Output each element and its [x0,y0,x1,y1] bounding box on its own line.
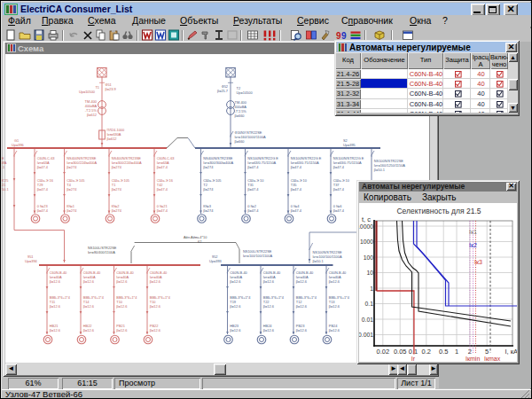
svg-text:β=12.6: β=12.6 [83,279,94,284]
svg-text:0.01: 0.01 [362,317,373,323]
svg-text:Iкт=80/400/1100А: Iкт=80/400/1100А [88,250,115,254]
svg-text:β=12.6: β=12.6 [329,328,340,332]
svg-text:β=274: β=274 [203,187,214,192]
svg-text:β=12.6: β=12.6 [263,304,274,309]
svg-text:β=660: β=660 [235,113,246,118]
svg-text:Uр=394: Uр=394 [25,259,38,263]
svg-text:β=660: β=660 [235,139,246,144]
svg-text:β=12.6: β=12.6 [296,279,307,284]
svg-text:β=12.6: β=12.6 [50,328,60,332]
svg-text:2: 2 [468,348,472,356]
svg-text:β=12.6: β=12.6 [296,328,307,332]
svg-text:0.05: 0.05 [394,348,407,356]
svg-text:.1: .1 [2,165,4,169]
svg-text:β=47.4: β=47.4 [37,187,49,192]
svg-text:β=12.6: β=12.6 [230,304,240,309]
svg-text:β=50.1: β=50.1 [313,259,324,263]
svg-text:0.02: 0.02 [376,348,389,356]
svg-text:β=12.6: β=12.6 [230,279,240,284]
svg-text:β=47.4: β=47.4 [247,187,259,192]
svg-text:10000: 10000 [359,223,373,230]
svg-text:Iкт=100/100/1100А: Iкт=100/100/1100А [243,254,272,258]
svg-text:β=47.4: β=47.4 [247,165,259,169]
svg-text:β=47.4: β=47.4 [247,208,259,213]
svg-text:Uр=10500: Uр=10500 [237,90,254,95]
svg-text:Iк2: Iк2 [469,242,477,248]
svg-text:β=274: β=274 [66,208,77,213]
svg-text:β=12.6: β=12.6 [150,279,160,284]
svg-text:Ir: Ir [411,356,416,362]
svg-text:β=274: β=274 [112,165,122,169]
svg-text:β=274: β=274 [112,187,122,192]
svg-text:β=612: β=612 [107,137,117,141]
svg-text:Т1: Т1 [95,85,99,90]
svg-text:β=274: β=274 [66,165,77,169]
svg-text:β=12.6: β=12.6 [116,328,127,332]
svg-text:0.5: 0.5 [439,348,448,356]
svg-text:Айл.Айва-4*10: Айл.Айва-4*10 [184,235,207,239]
svg-text:β=274: β=274 [112,208,122,213]
svg-text:β=12.6: β=12.6 [116,304,127,309]
svg-text:β=12.6: β=12.6 [296,304,307,309]
svg-text:β=47.4: β=47.4 [291,208,302,213]
svg-text:Uр=396: Uр=396 [12,143,24,147]
svg-text:β=612: β=612 [87,113,97,117]
svg-text:100: 100 [364,254,374,261]
svg-text:5: 5 [485,348,489,356]
svg-text:β=274: β=274 [66,187,77,192]
svg-text:β=23.9: β=23.9 [106,87,116,91]
svg-text:β=12.6: β=12.6 [116,279,127,284]
svg-text:β=12.6: β=12.6 [150,328,160,332]
svg-text:0.1: 0.1 [365,301,374,307]
svg-text:β=25.7: β=25.7 [217,89,228,93]
svg-text:50.1: 50.1 [2,187,9,192]
svg-text:β=12.6: β=12.6 [263,328,274,332]
svg-text:Uр=393: Uр=393 [209,259,222,263]
svg-text:Селективность для 21.5: Селективность для 21.5 [396,207,481,215]
svg-text:β=12.6: β=12.6 [50,279,60,284]
svg-text:β=47.4: β=47.4 [37,208,49,213]
svg-text:β=47.4: β=47.4 [333,165,345,169]
svg-text:β=47.4: β=47.4 [157,187,168,192]
svg-text:β=12.6: β=12.6 [150,304,160,309]
svg-text:β=274: β=274 [203,165,214,169]
svg-text:β=12.6: β=12.6 [329,279,340,284]
svg-text:β=12.6: β=12.6 [230,328,240,332]
svg-text:β=47.4: β=47.4 [291,165,302,169]
svg-text:β=12.6: β=12.6 [263,279,274,284]
svg-text:β=12.6: β=12.6 [329,304,340,309]
svg-text:β=50.1: β=50.1 [374,168,385,172]
svg-text:I, кА: I, кА [505,348,517,356]
svg-text:0.001: 0.001 [359,332,373,338]
svg-text:0.2: 0.2 [422,348,431,356]
svg-text:Uр=10500: Uр=10500 [79,90,96,94]
svg-text:1: 1 [370,286,373,292]
svg-text:β=12.6: β=12.6 [50,304,60,309]
svg-text:1000: 1000 [360,239,373,245]
svg-text:62: 62 [198,239,201,244]
svg-text:β=12.6: β=12.6 [83,328,94,332]
svg-text:β=47.4: β=47.4 [333,187,345,192]
svg-text:Uр=395: Uр=395 [343,143,356,147]
svg-text:Iк3: Iк3 [474,259,482,265]
svg-text:1: 1 [455,348,458,356]
svg-text:β=47.4: β=47.4 [291,187,302,192]
svg-text:Iкmin: Iкmin [466,356,480,362]
svg-text:Iкmax: Iкmax [484,356,501,362]
svg-text:0.1: 0.1 [409,348,418,356]
svg-text:β=274: β=274 [203,208,214,213]
svg-text:β=12.6: β=12.6 [83,304,94,309]
svg-text:Iк1: Iк1 [469,229,477,235]
svg-text:β=47.4: β=47.4 [333,208,345,213]
svg-text:β=47.4: β=47.4 [157,208,168,213]
svg-text:10: 10 [366,270,373,276]
svg-text:β=47.4: β=47.4 [157,165,168,169]
svg-text:β=47.4: β=47.4 [37,165,49,169]
